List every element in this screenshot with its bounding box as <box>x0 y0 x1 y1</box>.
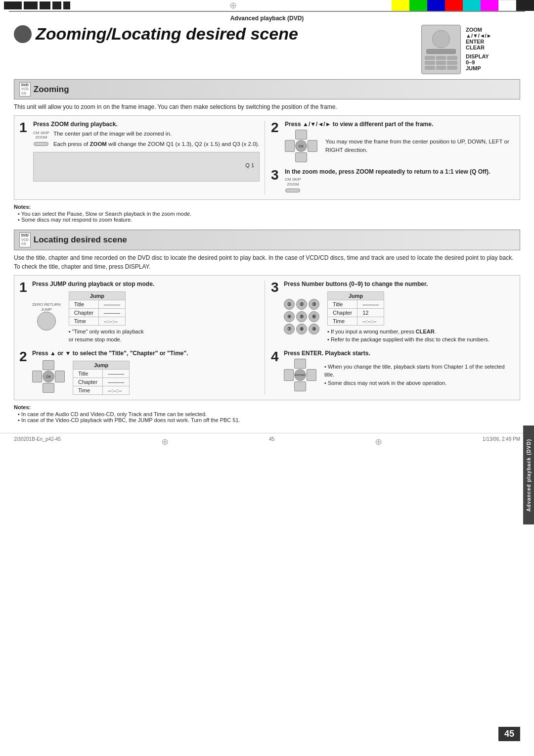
zoom-step2-body: You may move the frame from the center p… <box>325 138 515 155</box>
section-icon-dvd-vcd-cd2: DVD VCD CD <box>19 233 31 247</box>
table-row: Time --:--:-- <box>73 386 130 394</box>
zooming-title: Zooming <box>34 85 69 94</box>
jump-table-3: Jump Title ——— Chapter 12 <box>327 291 384 326</box>
zooming-note-1: You can select the Pause, Slow or Search… <box>18 211 520 217</box>
zoom-btn-label: ZOOM <box>35 135 47 140</box>
loc-step2-content: Press ▲ or ▼ to select the "Title", "Cha… <box>32 350 260 395</box>
zoom-step1-body: The center part of the image will be zoo… <box>53 130 260 149</box>
loc-step4-img: ENTER • When you change the title, playb… <box>284 359 515 391</box>
black-blocks <box>0 0 74 11</box>
title-label: Title <box>328 300 357 308</box>
chapter-value: 12 <box>357 308 384 317</box>
arrows-label: ▲/▼/◄/► <box>466 33 492 39</box>
loc-step3-content: Press Number buttons (0–9) to change the… <box>284 281 515 344</box>
zoom-steps23-col: 2 Press ▲/▼/◄/► to view a different part… <box>269 121 515 194</box>
dpad-down[interactable] <box>295 152 307 162</box>
numpad-3[interactable]: ③ <box>309 299 319 310</box>
numpad-8[interactable]: ⑧ <box>296 324 307 334</box>
zoom-step1-col: 1 Press ZOOM during playback. CM SKIP ZO… <box>19 121 265 194</box>
numpad-9[interactable]: ⑨ <box>309 324 319 334</box>
black-block <box>24 1 38 9</box>
zoom-step3-title: In the zoom mode, press ZOOM repeatedly … <box>285 168 515 175</box>
footer-center: 45 <box>269 436 274 447</box>
numpad-4[interactable]: ④ <box>284 311 295 322</box>
dpad-center[interactable]: OK <box>295 140 307 152</box>
loc-step1-content: Press JUMP during playback or stop mode.… <box>32 281 260 344</box>
dpad3-center[interactable]: ENTER <box>294 369 306 381</box>
jump-table3-header: Jump <box>328 291 384 300</box>
nums-label: 0–9 <box>466 59 475 65</box>
locating-intro: Use the title, chapter and time recorded… <box>14 253 520 271</box>
icon-dvd: DVD <box>21 83 29 87</box>
zooming-steps-grid: 1 Press ZOOM during playback. CM SKIP ZO… <box>14 115 520 200</box>
locating-step1: 1 Press JUMP during playback or stop mod… <box>19 281 260 344</box>
zoom-step2-img: OK You may move the frame from the cente… <box>285 130 515 162</box>
page-number: 45 <box>498 727 520 741</box>
title-label: Title <box>73 369 103 378</box>
zero-return-label: ZERO RETURN <box>32 302 61 307</box>
chapter-value: ——— <box>98 308 125 317</box>
zoom-display-box: Q 1 <box>33 152 260 182</box>
numpad: ① ② ③ ④ ⑤ ⑥ ⑦ ⑧ ⑨ <box>284 299 319 334</box>
table-row: Chapter 12 <box>328 308 384 317</box>
zoom-btn-label2: ZOOM <box>287 182 299 187</box>
jump-btn[interactable] <box>37 312 56 331</box>
chapter-label: Chapter <box>328 308 357 317</box>
page-title-row: Zooming/Locating desired scene <box>14 25 520 74</box>
icon-cd: CD <box>21 92 29 95</box>
dpad2-center[interactable]: OK <box>43 371 54 382</box>
black-block <box>63 1 70 9</box>
dpad2-left[interactable] <box>32 371 42 382</box>
jump-table-2: Jump Title ——— Chapter ——— <box>73 361 130 395</box>
table-row: Title ——— <box>73 369 130 378</box>
remote-image <box>421 25 461 74</box>
title-with-icon: Zooming/Locating desired scene <box>14 25 298 43</box>
main-content: Zooming/Locating desired scene <box>0 23 534 428</box>
numpad-2[interactable]: ② <box>296 299 307 310</box>
color-white <box>498 0 516 11</box>
loc-step1-table-area: Jump Title ——— Chapter ——— <box>69 289 144 344</box>
dpad2-down[interactable] <box>43 383 54 393</box>
dpad3-right[interactable] <box>307 369 316 381</box>
loc-step2-number: 2 <box>19 350 29 364</box>
zoom-step1: 1 Press ZOOM during playback. CM SKIP ZO… <box>19 121 260 182</box>
dpad2-right[interactable] <box>55 371 65 382</box>
zoom-step3-content: In the zoom mode, press ZOOM repeatedly … <box>285 168 515 194</box>
zoom-step2-content: Press ▲/▼/◄/► to view a different part o… <box>285 121 515 162</box>
jump-table2-header: Jump <box>73 361 130 369</box>
numpad-1[interactable]: ① <box>284 299 295 310</box>
time-label: Time <box>73 386 103 394</box>
page-title: Zooming/Locating desired scene <box>36 25 298 43</box>
loc-step1-number: 1 <box>19 281 29 294</box>
dpad-left[interactable] <box>285 140 295 152</box>
loc-step3-title: Press Number buttons (0–9) to change the… <box>284 281 515 287</box>
zoom-step3: 3 In the zoom mode, press ZOOM repeatedl… <box>271 168 515 194</box>
locating-note-2: In case of the Video-CD playback with PB… <box>18 417 520 423</box>
dpad3-left[interactable] <box>284 369 294 381</box>
locating-step3: 3 Press Number buttons (0–9) to change t… <box>271 281 515 344</box>
locating-title: Locating desired scene <box>34 235 127 245</box>
table-row: Chapter ——— <box>73 378 130 386</box>
crosshair-top: ⊕ <box>229 0 237 11</box>
zoom-btn2[interactable] <box>285 189 300 192</box>
icon-cd2: CD <box>21 242 29 246</box>
numpad-6[interactable]: ⑥ <box>309 311 319 322</box>
dpad3-up[interactable] <box>294 359 306 369</box>
numpad-5[interactable]: ⑤ <box>296 311 307 322</box>
dpad3-down[interactable] <box>294 381 306 391</box>
time-value: --:--:-- <box>103 386 130 394</box>
jump-table-1: Jump Title ——— Chapter ——— <box>69 291 126 326</box>
dpad-up[interactable] <box>295 130 307 140</box>
chapter-label: Chapter <box>69 308 98 317</box>
remote-diagram: ZOOM ▲/▼/◄/► ENTER CLEAR DISPLAY 0–9 JUM… <box>421 25 520 74</box>
dpad2-up[interactable] <box>43 360 54 370</box>
dpad-right[interactable] <box>308 140 317 152</box>
title-value: ——— <box>103 369 130 378</box>
zooming-section-header: DVD VCD CD Zooming <box>14 79 520 99</box>
color-cyan <box>463 0 481 11</box>
black-block <box>40 1 50 9</box>
cm-skip-label2: CM SKIP <box>285 177 301 182</box>
numpad-7[interactable]: ⑦ <box>284 324 295 334</box>
zoom-btn[interactable] <box>34 142 48 146</box>
zooming-note-2: Some discs may not respond to zoom featu… <box>18 217 520 223</box>
